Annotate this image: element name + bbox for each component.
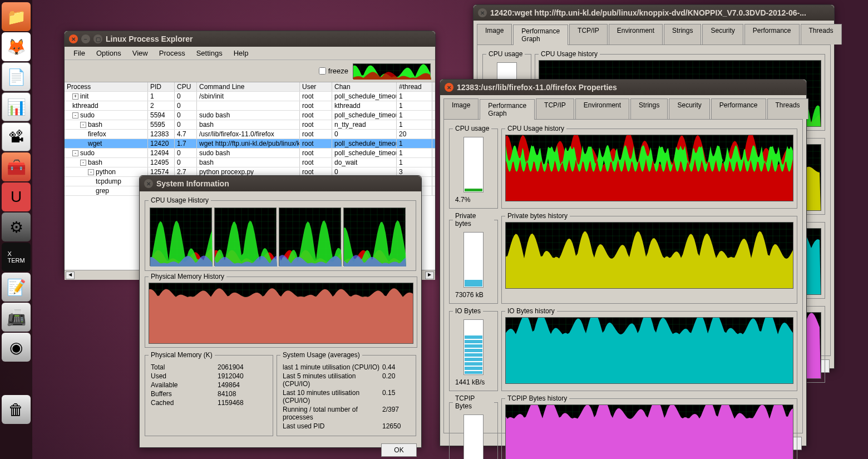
menu-settings[interactable]: Settings	[191, 47, 228, 59]
cpu-history: CPU Usage history	[501, 125, 797, 209]
titlebar[interactable]: ✕ 12420:wget http://ftp.uni-kl.de/pub/li…	[474, 5, 834, 21]
tab-perf[interactable]: Performance	[711, 98, 766, 119]
table-row[interactable]: -sudo55940sudo bashrootpoll_schedule_tim…	[65, 111, 435, 120]
window-title: 12383:/usr/lib/firefox-11.0/firefox Prop…	[457, 83, 617, 92]
launcher-item-firefox[interactable]: 🦊	[2, 32, 31, 61]
launcher-item-ubuntuone[interactable]: U	[2, 182, 31, 211]
cpu-sparkline	[353, 63, 431, 79]
tab-strings[interactable]: Strings	[630, 98, 668, 119]
titlebar[interactable]: ✕ 12383:/usr/lib/firefox-11.0/firefox Pr…	[440, 80, 806, 95]
launcher-item-calc[interactable]: 📊	[2, 92, 31, 121]
scroll-left-icon[interactable]: ◀	[66, 272, 75, 279]
privbytes-meter: Private bytes73076 kB	[449, 212, 498, 304]
tab-env[interactable]: Environment	[609, 24, 663, 45]
table-row[interactable]: -bash55950bashrootn_tty_read1	[65, 120, 435, 130]
launcher-item-settings[interactable]: ⚙	[2, 213, 31, 241]
launcher-item-editor[interactable]: 📝	[2, 273, 31, 302]
titlebar[interactable]: ✕ − ▢ Linux Process Explorer	[65, 31, 435, 47]
toolbar: freeze	[65, 60, 435, 82]
cpu-history: CPU Usage History	[145, 196, 416, 271]
tcpbytes-history: TCPIP Bytes history	[501, 394, 797, 459]
tab-tcpip[interactable]: TCP/IP	[569, 24, 608, 45]
window-title: 12420:wget http://ftp.uni-kl.de/pub/linu…	[490, 8, 806, 17]
iobytes-meter: IO Bytes1441 kB/s	[449, 307, 498, 391]
tab-security[interactable]: Security	[669, 98, 709, 119]
table-row[interactable]: firefox123834.7/usr/lib/firefox-11.0/fir…	[65, 130, 435, 139]
tabs: Image Performance Graph TCP/IP Environme…	[440, 95, 806, 119]
close-icon[interactable]: ✕	[445, 83, 453, 92]
launcher-item-xterm[interactable]: XTERM	[2, 243, 31, 272]
launcher-item-scanner[interactable]: 📠	[2, 303, 31, 332]
tabs: Image Performance Graph TCP/IP Environme…	[474, 21, 834, 45]
memory-history: Physical Memory History	[145, 273, 417, 348]
maximize-icon[interactable]: ▢	[93, 34, 102, 43]
freeze-checkbox[interactable]: freeze	[319, 67, 348, 75]
tab-perfgraph[interactable]: Performance Graph	[513, 24, 568, 45]
minimize-icon[interactable]: −	[81, 34, 90, 43]
menu-view[interactable]: View	[127, 47, 154, 59]
table-row[interactable]: -bash124950bashrootdo_wait1	[65, 158, 435, 167]
close-icon[interactable]: ✕	[69, 34, 78, 43]
table-row[interactable]: kthreadd20rootkthreadd1	[65, 101, 435, 111]
system-stats: System Usage (averages)last 1 minute uti…	[277, 351, 416, 436]
titlebar[interactable]: ✕ System Information	[140, 176, 421, 191]
menu-options[interactable]: Options	[91, 47, 127, 59]
tab-threads[interactable]: Threads	[767, 98, 808, 119]
tab-tcpip[interactable]: TCP/IP	[536, 98, 574, 119]
ok-button[interactable]: OK	[381, 443, 417, 457]
window-title: Linux Process Explorer	[106, 34, 193, 43]
tab-perfgraph[interactable]: Performance Graph	[480, 99, 535, 120]
menubar: File Options View Process Settings Help	[65, 47, 435, 60]
launcher-item-eclipse[interactable]: ◉	[2, 333, 31, 362]
tab-image[interactable]: Image	[477, 24, 512, 45]
tab-security[interactable]: Security	[702, 24, 743, 45]
launcher-item-software[interactable]: 🧰	[2, 152, 31, 181]
launcher: 📁 🦊 📄 📊 📽 🧰 U ⚙ XTERM 📝 📠 ◉ 🗑	[0, 0, 32, 459]
close-icon[interactable]: ✕	[478, 8, 487, 17]
window-firefox-props: ✕ 12383:/usr/lib/firefox-11.0/firefox Pr…	[440, 79, 807, 446]
launcher-item-files[interactable]: 📁	[2, 2, 31, 31]
menu-process[interactable]: Process	[154, 47, 191, 59]
tab-threads[interactable]: Threads	[801, 24, 842, 45]
scroll-right-icon[interactable]: ▶	[425, 272, 434, 279]
window-system-info: ✕ System Information CPU Usage History P…	[139, 175, 422, 448]
tab-perf[interactable]: Performance	[744, 24, 800, 45]
table-row[interactable]: wget124201.7wget http://ftp.uni-kl.de/pu…	[65, 139, 435, 149]
launcher-item-writer[interactable]: 📄	[2, 62, 31, 91]
cpu-meter: CPU usage4.7%	[449, 125, 498, 209]
launcher-item-trash[interactable]: 🗑	[2, 395, 31, 424]
tab-env[interactable]: Environment	[575, 98, 629, 119]
tcpbytes-meter: TCPIP Bytes1504 kB/s	[449, 394, 498, 459]
iobytes-history: IO Bytes history	[501, 307, 797, 391]
process-table-header: ProcessPIDCPUCommand LineUserChan#thread	[65, 82, 435, 92]
table-row[interactable]: +init10/sbin/initrootpoll_schedule_timeo…	[65, 92, 435, 101]
tab-strings[interactable]: Strings	[664, 24, 701, 45]
launcher-item-impress[interactable]: 📽	[2, 122, 31, 151]
tab-image[interactable]: Image	[443, 98, 479, 119]
close-icon[interactable]: ✕	[144, 179, 153, 188]
menu-file[interactable]: File	[68, 47, 91, 59]
menu-help[interactable]: Help	[228, 47, 254, 59]
window-title: System Information	[156, 179, 229, 188]
memory-stats: Physical Memory (K)Total2061904Used19120…	[145, 351, 273, 436]
privbytes-history: Private bytes history	[501, 212, 797, 304]
table-row[interactable]: -sudo124940sudo bashrootpoll_schedule_ti…	[65, 149, 435, 158]
